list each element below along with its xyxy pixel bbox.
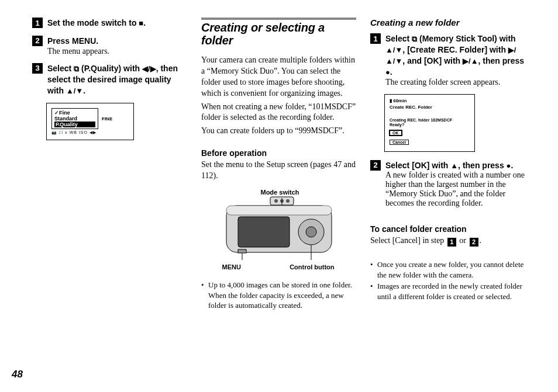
text: Select [47, 64, 74, 73]
step-head: Select ⧉ (P.Quality) with ◀/▶, then sele… [47, 64, 178, 95]
ms-tool-icon: ⧉ [412, 34, 417, 43]
menu-label: MENU [222, 263, 241, 270]
mode-switch-label: Mode switch [254, 189, 306, 196]
svg-point-6 [274, 199, 278, 203]
lcd-mock-quality: ✓Fine Standard P.Quality FINE 📷 ☐ ± WB I… [46, 103, 134, 140]
lcd-message: Creating REC. folder 102MSDCF [390, 118, 470, 122]
step-head: Select [OK] with ▲, then press ●. [385, 161, 513, 170]
subheading: Before operation [201, 148, 356, 158]
text: . [511, 161, 513, 170]
step-sub: The creating folder screen appears. [385, 78, 525, 87]
bullet-list: Up to 4,000 images can be stored in one … [201, 280, 356, 311]
column-3: Creating a new folder 1 Select ⧉ (Memory… [370, 18, 525, 312]
text: (Memory Stick Tool) with [417, 34, 516, 43]
lcd-option-selected: P.Quality [54, 122, 95, 127]
paragraph: Set the menu to the Setup screen (pages … [201, 159, 356, 182]
column-2: Creating or selecting a folder Your came… [201, 18, 356, 312]
page-number: 48 [12, 369, 23, 380]
subheading: To cancel folder creation [370, 224, 525, 234]
section-title: Creating or selecting a folder [201, 21, 356, 47]
text: or [457, 236, 469, 245]
lcd-mock-folder: ▮ 60min Create REC. Folder Creating REC.… [384, 94, 475, 152]
control-button-label: Control button [290, 263, 334, 270]
step-number-badge: 3 [32, 63, 43, 74]
inline-step-ref: 2 [470, 238, 478, 247]
svg-rect-1 [226, 206, 332, 215]
paragraph: When not creating a new folder, “101MSDC… [201, 102, 356, 124]
lcd-ok-button: OK [390, 130, 402, 136]
lcd-title: Create REC. Folder [390, 105, 470, 110]
battery-indicator: ▮ 60min [390, 98, 470, 103]
step-row: 2 Press MENU. The menu appears. [32, 36, 187, 56]
column-1: 1 Set the mode switch to ■. 2 Press MENU… [32, 18, 187, 312]
text: Select [OK] with [385, 161, 450, 170]
paragraph: You can create folders up to “999MSDCF”. [201, 126, 356, 137]
section-rule [201, 18, 356, 20]
step-body: Select ⧉ (P.Quality) with ◀/▶, then sele… [47, 63, 187, 96]
lcd-footer-icons: 📷 ☐ ± WB ISO ◀▶ [51, 130, 129, 135]
arrows-ud-icon: ▲/▼ [66, 86, 83, 95]
text: , [Create REC. Folder] with [402, 45, 508, 54]
step-row: 3 Select ⧉ (P.Quality) with ◀/▶, then se… [32, 63, 187, 96]
text: Set the mode switch to [47, 18, 139, 27]
step-head: Set the mode switch to ■. [47, 18, 146, 27]
step-row: 2 Select [OK] with ▲, then press ●. A ne… [370, 160, 525, 209]
step-number-badge: 1 [370, 33, 381, 44]
svg-rect-2 [238, 217, 290, 247]
lcd-option: Standard [54, 116, 95, 122]
step-row: 1 Set the mode switch to ■. [32, 18, 187, 29]
text: Select [Cancel] in step [370, 236, 446, 245]
lcd-cancel-button: Cancel [390, 140, 409, 145]
step-body: Select ⧉ (Memory Stick Tool) with ▲/▼, [… [385, 33, 525, 87]
text: , and [OK] with [402, 56, 463, 65]
camera-icon [221, 191, 337, 261]
lcd-menu-box: ✓Fine Standard P.Quality [51, 108, 98, 129]
svg-rect-10 [238, 249, 246, 253]
text: , then press [478, 56, 525, 65]
paragraph: Your camera can create multiple folders … [201, 55, 356, 99]
paragraph: Select [Cancel] in step 1 or 2. [370, 235, 525, 247]
text: . [83, 86, 85, 95]
step-head: Press MENU. [47, 36, 98, 46]
pquality-icon: ⧉ [74, 64, 79, 73]
step-number-badge: 2 [32, 36, 43, 46]
step-body: Press MENU. The menu appears. [47, 36, 187, 56]
svg-point-8 [286, 199, 290, 203]
lcd-ready: Ready? [390, 123, 470, 127]
bullet-list: Once you create a new folder, you cannot… [370, 259, 525, 301]
lcd-side-label: FINE [102, 116, 112, 122]
step-sub: A new folder is created with a number on… [385, 171, 525, 208]
step-head: Select ⧉ (Memory Stick Tool) with ▲/▼, [… [385, 34, 524, 77]
text: . [143, 18, 146, 27]
arrows-ud-icon: ▲/▼ [385, 46, 402, 54]
text: (P.Quality) with [79, 64, 142, 73]
camera-illustration: Mode switch MENU Control button [212, 191, 346, 275]
inline-step-ref: 1 [447, 238, 456, 247]
svg-point-4 [306, 227, 316, 237]
page-columns: 1 Set the mode switch to ■. 2 Press MENU… [32, 18, 526, 312]
step-sub: The menu appears. [47, 47, 187, 56]
step-number-badge: 1 [32, 18, 43, 28]
arrows-lr-icon: ◀/▶ [142, 64, 156, 73]
text: Select [385, 34, 412, 43]
step-body: Set the mode switch to ■. [47, 18, 187, 29]
text: . [390, 67, 392, 77]
bullet-item: Images are recorded in the newly created… [370, 281, 525, 301]
bullet-item: Up to 4,000 images can be stored in one … [201, 280, 356, 311]
arrow-up-icon: ▲ [450, 161, 458, 170]
step-row: 1 Select ⧉ (Memory Stick Tool) with ▲/▼,… [370, 33, 525, 87]
text: . [480, 236, 482, 245]
bullet-item: Once you create a new folder, you cannot… [370, 259, 525, 280]
text: , then press [458, 161, 506, 170]
step-number-badge: 2 [370, 160, 381, 171]
arrows-ru-icon: ▶/▲ [463, 57, 478, 65]
section-subtitle: Creating a new folder [370, 18, 525, 27]
center-button-icon: ● [385, 68, 390, 77]
step-body: Select [OK] with ▲, then press ●. A new … [385, 160, 525, 209]
lcd-option: ✓Fine [54, 110, 95, 116]
